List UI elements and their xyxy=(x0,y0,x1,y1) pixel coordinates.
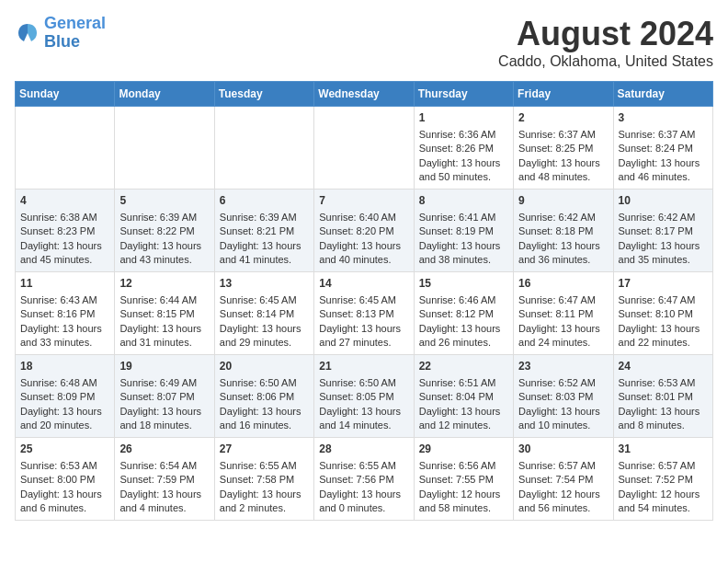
day-content: Daylight: 13 hours xyxy=(419,156,508,170)
day-content: and 54 minutes. xyxy=(619,501,708,515)
calendar-cell: 8Sunrise: 6:41 AMSunset: 8:19 PMDaylight… xyxy=(414,190,513,272)
day-number: 11 xyxy=(20,276,109,292)
day-number: 27 xyxy=(220,442,309,457)
day-number: 31 xyxy=(619,442,708,457)
calendar-week-row: 25Sunrise: 6:53 AMSunset: 8:00 PMDayligh… xyxy=(16,438,713,521)
day-content: Daylight: 13 hours xyxy=(20,488,109,501)
day-content: and 6 minutes. xyxy=(20,501,109,515)
day-content: and 58 minutes. xyxy=(419,501,508,515)
day-content: Sunrise: 6:53 AM xyxy=(20,459,109,473)
day-number: 21 xyxy=(319,359,408,374)
logo-blue: Blue xyxy=(44,32,80,51)
day-content: Sunset: 8:17 PM xyxy=(619,224,708,238)
day-number: 25 xyxy=(20,442,109,457)
day-content: Sunset: 8:16 PM xyxy=(20,307,109,321)
calendar-cell: 18Sunrise: 6:48 AMSunset: 8:09 PMDayligh… xyxy=(16,355,115,438)
day-of-week-header: Sunday xyxy=(16,82,115,107)
day-content: Sunset: 7:59 PM xyxy=(119,473,209,487)
day-content: and 45 minutes. xyxy=(20,253,109,267)
day-number: 19 xyxy=(119,359,209,374)
day-content: Sunset: 8:18 PM xyxy=(518,224,608,238)
day-number: 26 xyxy=(119,442,209,457)
calendar-cell xyxy=(115,107,214,190)
day-content: Daylight: 13 hours xyxy=(419,405,508,419)
day-content: Sunrise: 6:43 AM xyxy=(20,293,109,307)
day-content: and 40 minutes. xyxy=(319,253,408,267)
day-content: and 48 minutes. xyxy=(518,170,608,184)
day-content: Sunset: 8:03 PM xyxy=(518,390,608,404)
calendar-week-row: 1Sunrise: 6:36 AMSunset: 8:26 PMDaylight… xyxy=(16,107,713,190)
day-number: 9 xyxy=(518,193,608,209)
day-content: Sunrise: 6:55 AM xyxy=(319,459,408,473)
day-content: Sunset: 8:11 PM xyxy=(518,307,608,321)
calendar-week-row: 18Sunrise: 6:48 AMSunset: 8:09 PMDayligh… xyxy=(16,355,713,438)
day-content: Daylight: 13 hours xyxy=(119,488,209,501)
day-content: and 2 minutes. xyxy=(220,501,309,515)
day-content: Sunrise: 6:57 AM xyxy=(619,459,708,473)
day-content: Sunset: 8:21 PM xyxy=(220,224,309,238)
day-content: Daylight: 13 hours xyxy=(518,156,608,170)
day-content: and 16 minutes. xyxy=(220,419,309,432)
day-content: Daylight: 13 hours xyxy=(319,405,408,419)
day-content: Sunset: 8:20 PM xyxy=(319,224,408,238)
day-content: Sunrise: 6:49 AM xyxy=(119,376,209,390)
day-content: Sunset: 8:13 PM xyxy=(319,307,408,321)
day-content: Sunset: 8:24 PM xyxy=(619,142,708,155)
day-content: Daylight: 12 hours xyxy=(518,488,608,501)
header-row: SundayMondayTuesdayWednesdayThursdayFrid… xyxy=(16,82,713,107)
day-number: 23 xyxy=(518,359,608,374)
day-content: Daylight: 13 hours xyxy=(220,405,309,419)
day-content: Daylight: 13 hours xyxy=(119,405,209,419)
day-content: Sunset: 8:22 PM xyxy=(119,224,209,238)
calendar-cell: 19Sunrise: 6:49 AMSunset: 8:07 PMDayligh… xyxy=(115,355,214,438)
calendar-cell: 21Sunrise: 6:50 AMSunset: 8:05 PMDayligh… xyxy=(314,355,414,438)
day-content: Sunrise: 6:47 AM xyxy=(619,293,708,307)
calendar-body: 1Sunrise: 6:36 AMSunset: 8:26 PMDaylight… xyxy=(16,107,713,521)
day-content: and 18 minutes. xyxy=(119,419,209,432)
day-of-week-header: Tuesday xyxy=(214,82,313,107)
day-number: 22 xyxy=(419,359,508,374)
day-number: 17 xyxy=(619,276,708,292)
day-content: Sunrise: 6:45 AM xyxy=(319,293,408,307)
calendar-cell: 29Sunrise: 6:56 AMSunset: 7:55 PMDayligh… xyxy=(414,438,513,521)
day-content: Sunrise: 6:50 AM xyxy=(319,376,408,390)
day-of-week-header: Friday xyxy=(514,82,613,107)
day-number: 15 xyxy=(419,276,508,292)
day-content: and 10 minutes. xyxy=(518,419,608,432)
calendar-cell: 17Sunrise: 6:47 AMSunset: 8:10 PMDayligh… xyxy=(613,272,712,355)
day-content: Daylight: 13 hours xyxy=(119,322,209,336)
day-number: 6 xyxy=(220,193,309,209)
calendar-cell: 10Sunrise: 6:42 AMSunset: 8:17 PMDayligh… xyxy=(613,190,712,272)
calendar-cell: 14Sunrise: 6:45 AMSunset: 8:13 PMDayligh… xyxy=(314,272,414,355)
day-content: and 27 minutes. xyxy=(319,336,408,350)
day-of-week-header: Thursday xyxy=(414,82,513,107)
day-content: Sunrise: 6:57 AM xyxy=(518,459,608,473)
calendar-cell: 2Sunrise: 6:37 AMSunset: 8:25 PMDaylight… xyxy=(514,107,613,190)
day-of-week-header: Wednesday xyxy=(314,82,414,107)
calendar-cell: 26Sunrise: 6:54 AMSunset: 7:59 PMDayligh… xyxy=(115,438,214,521)
calendar-cell: 22Sunrise: 6:51 AMSunset: 8:04 PMDayligh… xyxy=(414,355,513,438)
day-number: 7 xyxy=(319,193,408,209)
day-content: and 38 minutes. xyxy=(419,253,508,267)
day-content: Sunset: 7:58 PM xyxy=(220,473,309,487)
day-content: Daylight: 13 hours xyxy=(20,322,109,336)
day-content: Sunrise: 6:54 AM xyxy=(119,459,209,473)
day-content: Sunrise: 6:48 AM xyxy=(20,376,109,390)
calendar-week-row: 4Sunrise: 6:38 AMSunset: 8:23 PMDaylight… xyxy=(16,190,713,272)
day-content: Sunset: 8:04 PM xyxy=(419,390,508,404)
calendar-cell: 12Sunrise: 6:44 AMSunset: 8:15 PMDayligh… xyxy=(115,272,214,355)
day-content: and 20 minutes. xyxy=(20,419,109,432)
day-content: Sunset: 8:15 PM xyxy=(119,307,209,321)
day-content: and 29 minutes. xyxy=(220,336,309,350)
calendar-week-row: 11Sunrise: 6:43 AMSunset: 8:16 PMDayligh… xyxy=(16,272,713,355)
day-number: 13 xyxy=(220,276,309,292)
day-content: Sunset: 7:52 PM xyxy=(619,473,708,487)
day-content: Daylight: 13 hours xyxy=(619,322,708,336)
day-number: 2 xyxy=(518,110,608,126)
day-content: Sunset: 8:23 PM xyxy=(20,224,109,238)
calendar-cell: 30Sunrise: 6:57 AMSunset: 7:54 PMDayligh… xyxy=(514,438,613,521)
subtitle: Caddo, Oklahoma, United States xyxy=(498,53,713,70)
day-number: 20 xyxy=(220,359,309,374)
day-content: Daylight: 13 hours xyxy=(20,239,109,253)
calendar-header: SundayMondayTuesdayWednesdayThursdayFrid… xyxy=(16,82,713,107)
